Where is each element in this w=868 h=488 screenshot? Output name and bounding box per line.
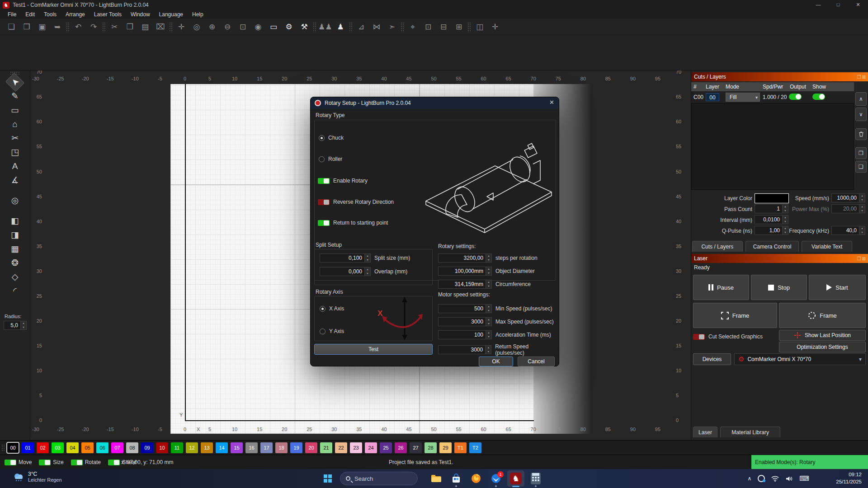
- layer-copy-button[interactable]: ❐: [855, 147, 867, 159]
- palette-swatch-21[interactable]: 21: [320, 442, 332, 453]
- roller-radio[interactable]: [319, 156, 325, 162]
- layer-row[interactable]: C00 00 Fill 1.000 / 20: [691, 91, 854, 103]
- radius-spinner[interactable]: ▴▾: [21, 321, 27, 330]
- palette-swatch-11[interactable]: 11: [171, 442, 183, 453]
- circumference-input[interactable]: 314,159mm: [438, 280, 486, 289]
- pan-icon[interactable]: ✛: [175, 21, 188, 33]
- reverse-rotary-toggle[interactable]: [318, 199, 330, 205]
- frame-tool-icon[interactable]: ⊞: [452, 21, 466, 33]
- split-size-spinner[interactable]: ▴▾: [365, 253, 371, 263]
- redo-icon[interactable]: ↷: [87, 21, 100, 33]
- chuck-option[interactable]: Chuck: [319, 135, 344, 141]
- import-icon[interactable]: ➥: [51, 21, 64, 33]
- enable-rotary-toggle[interactable]: [318, 178, 330, 184]
- palette-swatch-19[interactable]: 19: [290, 442, 302, 453]
- radius-input[interactable]: 5,0: [4, 321, 21, 330]
- split-size-input[interactable]: 0,100: [320, 253, 365, 263]
- frame-selection-icon[interactable]: ⊡: [236, 21, 250, 33]
- overlap-input[interactable]: 0,000: [320, 267, 365, 276]
- reverse-rotary-row[interactable]: Reverse Rotary Direction: [318, 199, 394, 205]
- palette-handle[interactable]: [1, 444, 5, 451]
- return-speed-input[interactable]: 3000: [438, 345, 486, 354]
- close-button[interactable]: ✕: [848, 0, 868, 10]
- status-toggle-move[interactable]: Move: [5, 459, 32, 465]
- menu-tools[interactable]: Tools: [40, 10, 61, 19]
- frame-tool[interactable]: ◳: [8, 146, 22, 159]
- speed-spinner[interactable]: ▴▾: [859, 193, 865, 202]
- palette-swatch-12[interactable]: 12: [186, 442, 198, 453]
- laser-tools-icon[interactable]: ⚒: [297, 21, 311, 33]
- layers-list-empty[interactable]: [691, 103, 854, 190]
- palette-swatch-26[interactable]: 26: [395, 442, 407, 453]
- zoom-full-icon[interactable]: ◎: [190, 21, 203, 33]
- return-start-toggle[interactable]: [318, 220, 330, 226]
- palette-swatch-23[interactable]: 23: [350, 442, 362, 453]
- send-icon[interactable]: ➣: [385, 21, 399, 33]
- frequency-input[interactable]: 40,0: [831, 226, 859, 235]
- palette-swatch-00[interactable]: 00: [7, 442, 19, 453]
- cancel-button[interactable]: Cancel: [518, 357, 555, 366]
- frame-circle-button[interactable]: Frame: [779, 303, 866, 328]
- cut-selected-toggle[interactable]: [693, 334, 705, 340]
- round-corner-tool[interactable]: ◜: [8, 285, 22, 297]
- status-toggle-size[interactable]: Size: [39, 459, 63, 465]
- layer-delete-button[interactable]: [855, 128, 867, 140]
- steps-input[interactable]: 3200,00: [438, 253, 486, 263]
- layer-move-down-button[interactable]: ∨: [855, 108, 867, 121]
- menu-laser-tools[interactable]: Laser Tools: [90, 10, 126, 19]
- menu-window[interactable]: Window: [127, 10, 154, 19]
- palette-swatch-14[interactable]: 14: [216, 442, 228, 453]
- palette-swatch-15[interactable]: 15: [231, 442, 243, 453]
- taskbar-app-firefox[interactable]: [467, 470, 485, 487]
- measure-tool[interactable]: ∡: [8, 174, 22, 187]
- menu-language[interactable]: Language: [155, 10, 187, 19]
- diameter-input[interactable]: 100,000mm: [438, 267, 486, 276]
- position-icon[interactable]: ✛: [488, 21, 502, 33]
- layer-show-toggle[interactable]: [812, 94, 825, 100]
- return-speed-spinner[interactable]: ▴▾: [486, 345, 491, 354]
- show-last-position-button[interactable]: Show Last Position: [779, 330, 866, 341]
- taskbar-app-thunderbird[interactable]: 1: [487, 470, 505, 487]
- polygon-tool[interactable]: ⌂: [8, 118, 22, 131]
- layer-output-toggle[interactable]: [789, 94, 802, 100]
- cut-icon[interactable]: ✂: [108, 21, 121, 33]
- palette-swatch-03[interactable]: 03: [52, 442, 64, 453]
- palette-swatch-25[interactable]: 25: [380, 442, 392, 453]
- palette-swatch-T2[interactable]: T2: [469, 442, 481, 453]
- taskbar-app-calculator[interactable]: [527, 470, 544, 487]
- palette-swatch-07[interactable]: 07: [111, 442, 123, 453]
- palette-swatch-T1[interactable]: T1: [454, 442, 467, 453]
- interval-input[interactable]: 0,0100: [755, 215, 783, 224]
- keyboard-language-icon[interactable]: ⌨: [799, 474, 809, 483]
- rectangle-tool[interactable]: ▭: [8, 104, 22, 117]
- enable-rotary-row[interactable]: Enable Rotary: [318, 178, 368, 184]
- tab-cuts-layers[interactable]: Cuts / Layers: [692, 241, 743, 252]
- grid-array-tool[interactable]: ▦: [8, 243, 22, 255]
- mirror-icon[interactable]: ⋈: [370, 21, 383, 33]
- palette-swatch-16[interactable]: 16: [245, 442, 258, 453]
- group-people-icon[interactable]: ♟♟: [318, 21, 332, 33]
- volume-icon[interactable]: [785, 475, 793, 482]
- tab-variable-text[interactable]: Variable Text: [802, 241, 852, 252]
- open-file-icon[interactable]: ❒: [20, 21, 33, 33]
- cut-selected-row[interactable]: Cut Selected Graphics: [693, 333, 763, 340]
- accel-spinner[interactable]: ▴▾: [486, 330, 492, 339]
- circular-array-tool[interactable]: ❂: [8, 257, 22, 269]
- undo-icon[interactable]: ↶: [71, 21, 85, 33]
- stop-button[interactable]: Stop: [751, 275, 807, 300]
- minimize-button[interactable]: —: [808, 0, 828, 10]
- roller-option[interactable]: Roller: [319, 156, 342, 162]
- y-axis-radio[interactable]: [320, 328, 326, 334]
- tray-audio-device-icon[interactable]: [758, 475, 765, 482]
- palette-swatch-04[interactable]: 04: [66, 442, 79, 453]
- menu-arrange[interactable]: Arrange: [61, 10, 89, 19]
- taskbar-app-ms-store[interactable]: [448, 470, 465, 487]
- device-select[interactable]: ⚙ ComMarker Omni X 70*70 ▾: [734, 353, 866, 365]
- tab-material-library[interactable]: Material Library: [720, 427, 780, 437]
- palette-swatch-28[interactable]: 28: [425, 442, 437, 453]
- palette-swatch-06[interactable]: 06: [96, 442, 108, 453]
- pause-button[interactable]: Pause: [693, 275, 749, 300]
- tab-camera-control[interactable]: Camera Control: [745, 241, 799, 252]
- optimization-settings-button[interactable]: Optimization Settings: [779, 342, 866, 352]
- layer-number-chip[interactable]: 00: [706, 93, 719, 101]
